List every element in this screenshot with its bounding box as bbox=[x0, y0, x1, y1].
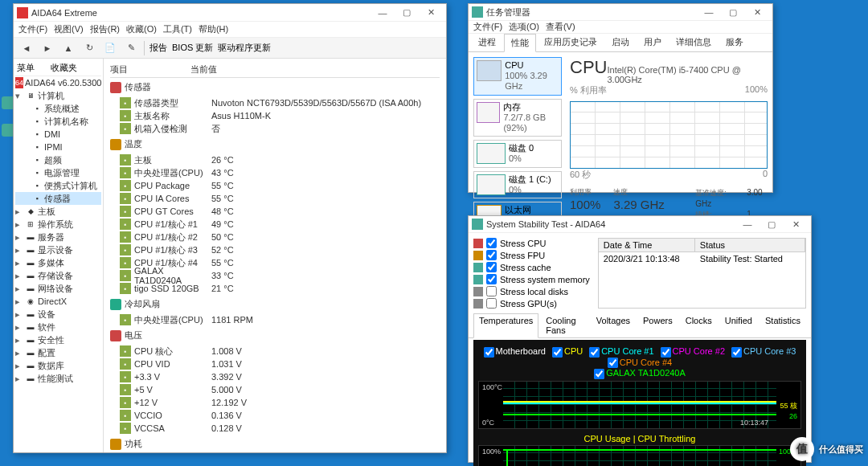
menu-tools[interactable]: 工具(T) bbox=[163, 23, 192, 35]
up-button[interactable]: ▲ bbox=[60, 40, 76, 56]
sensor-row[interactable]: ▪CPU IA Cores55 °C bbox=[110, 192, 440, 205]
tab-temperatures[interactable]: Temperatures bbox=[473, 313, 538, 338]
sensor-row[interactable]: ▪CPU #1/核心 #352 °C bbox=[110, 243, 440, 256]
forward-button[interactable]: ► bbox=[39, 40, 55, 56]
tree-security[interactable]: ▸▬安全性 bbox=[15, 333, 101, 346]
tree-sensors[interactable]: ▪传感器 bbox=[15, 192, 101, 205]
stress-checkbox[interactable]: Stress system memory bbox=[473, 274, 590, 284]
tab-clocks[interactable]: Clocks bbox=[680, 313, 718, 337]
driver-label[interactable]: 驱动程序更新 bbox=[218, 42, 271, 54]
tree-root[interactable]: 64AIDA64 v6.20.5300 bbox=[15, 76, 101, 89]
sensor-row[interactable]: ▪GALAX TA1D0240A33 °C bbox=[110, 269, 440, 282]
tab-processes[interactable]: 进程 bbox=[472, 34, 502, 51]
tab-unified[interactable]: Unified bbox=[719, 313, 758, 337]
tree-item[interactable]: ▪IPMI bbox=[15, 141, 101, 153]
minimize-button[interactable]: — bbox=[371, 5, 395, 21]
tree-computer[interactable]: ▾🖥计算机 bbox=[15, 89, 101, 102]
tree-config[interactable]: ▸▬配置 bbox=[15, 346, 101, 359]
tab-users[interactable]: 用户 bbox=[637, 34, 668, 51]
tree-item[interactable]: ▪便携式计算机 bbox=[15, 179, 101, 192]
report-label[interactable]: 报告 bbox=[149, 42, 167, 54]
minimize-button[interactable]: — bbox=[697, 4, 721, 20]
legend-item[interactable]: CPU bbox=[552, 346, 583, 356]
tm-card-disk1[interactable]: 磁盘 1 (C:)0% bbox=[473, 171, 562, 198]
stress-checkbox[interactable]: Stress cache bbox=[473, 262, 590, 272]
tree-os[interactable]: ▸⊞操作系统 bbox=[15, 218, 101, 231]
legend-item[interactable]: CPU Core #4 bbox=[608, 358, 672, 367]
tree-item[interactable]: ▪系统概述 bbox=[15, 102, 101, 115]
sensor-row[interactable]: ▪CPU #1/核心 #149 °C bbox=[110, 218, 440, 231]
sensor-row[interactable]: ▪CPU Package55 °C bbox=[110, 179, 440, 192]
tree-database[interactable]: ▸▬数据库 bbox=[15, 359, 101, 372]
sensor-row[interactable]: ▪机箱入侵检测否 bbox=[110, 122, 440, 135]
bios-label[interactable]: BIOS 更新 bbox=[172, 42, 213, 54]
maximize-button[interactable]: ▢ bbox=[721, 4, 745, 20]
tree-devices[interactable]: ▸▬设备 bbox=[15, 308, 101, 321]
tab-history[interactable]: 应用历史记录 bbox=[538, 34, 604, 51]
tab-fans[interactable]: Cooling Fans bbox=[540, 313, 589, 337]
maximize-button[interactable]: ▢ bbox=[760, 216, 784, 232]
stress-checkbox[interactable]: Stress local disks bbox=[473, 286, 590, 296]
tree-network[interactable]: ▸▬网络设备 bbox=[15, 282, 101, 295]
tree-benchmark[interactable]: ▸▬性能测试 bbox=[15, 372, 101, 385]
sensor-row[interactable]: ▪主板26 °C bbox=[110, 153, 440, 166]
tree-item[interactable]: ▪电源管理 bbox=[15, 166, 101, 179]
tab-performance[interactable]: 性能 bbox=[504, 34, 536, 52]
tree-item[interactable]: ▪DMI bbox=[15, 128, 101, 141]
legend-item[interactable]: Motherboard bbox=[484, 346, 546, 356]
tree-directx[interactable]: ▸◉DirectX bbox=[15, 295, 101, 308]
sensor-row[interactable]: ▪+12 V12.192 V bbox=[110, 396, 440, 409]
menu-options[interactable]: 选项(O) bbox=[509, 21, 539, 33]
back-button[interactable]: ◄ bbox=[18, 40, 35, 56]
tm-card-disk0[interactable]: 磁盘 00% bbox=[473, 140, 562, 167]
menu-help[interactable]: 帮助(H) bbox=[199, 23, 228, 35]
sensor-row[interactable]: ▪+5 V5.000 V bbox=[110, 383, 440, 396]
tree-software[interactable]: ▸▬软件 bbox=[15, 321, 101, 333]
menu-view[interactable]: 查看(V) bbox=[546, 21, 575, 33]
legend-item[interactable]: GALAX TA1D0240A bbox=[594, 368, 686, 378]
tree-server[interactable]: ▸▬服务器 bbox=[15, 231, 101, 243]
sensor-row[interactable]: ▪CPU GT Cores48 °C bbox=[110, 205, 440, 218]
tree-storage[interactable]: ▸▬存储设备 bbox=[15, 269, 101, 282]
minimize-button[interactable]: — bbox=[735, 216, 760, 232]
sensor-row[interactable]: ▪传感器类型Nuvoton NCT6793D/5539D/5563D/5567D… bbox=[110, 96, 440, 109]
tree-motherboard[interactable]: ▸◆主板 bbox=[15, 205, 101, 218]
sensor-row[interactable]: ▪中央处理器(CPU)43 °C bbox=[110, 166, 440, 179]
refresh-button[interactable]: ↻ bbox=[81, 40, 97, 56]
sensor-row[interactable]: ▪CPU VID1.031 V bbox=[110, 358, 440, 370]
stress-checkbox[interactable]: Stress FPU bbox=[473, 250, 590, 260]
legend-item[interactable]: CPU Core #2 bbox=[661, 346, 725, 356]
sensor-row[interactable]: ▪+3.3 V3.392 V bbox=[110, 370, 440, 383]
menu-file[interactable]: 文件(F) bbox=[473, 21, 502, 33]
tm-card-cpu[interactable]: CPU100% 3.29 GHz bbox=[473, 57, 562, 96]
sensor-row[interactable]: ▪CPU 核心1.008 V bbox=[110, 345, 440, 358]
sensor-row[interactable]: ▪VCCIO0.136 V bbox=[110, 409, 440, 422]
close-button[interactable]: ✕ bbox=[419, 5, 443, 21]
menu-fav[interactable]: 收藏(O) bbox=[126, 23, 157, 35]
tab-powers[interactable]: Powers bbox=[637, 313, 678, 337]
maximize-button[interactable]: ▢ bbox=[395, 5, 419, 21]
stress-checkbox[interactable]: Stress CPU bbox=[473, 238, 590, 248]
tab-voltages[interactable]: Voltages bbox=[591, 313, 636, 337]
tree-fav-tab[interactable]: 收藏夹 bbox=[51, 62, 77, 74]
report-button[interactable]: 📄 bbox=[102, 40, 118, 56]
tm-card-mem[interactable]: 内存7.2/7.8 GB (92%) bbox=[473, 99, 562, 137]
tree-display[interactable]: ▸▬显示设备 bbox=[15, 243, 101, 256]
menu-view[interactable]: 视图(V) bbox=[54, 23, 84, 35]
menu-file[interactable]: 文件(F) bbox=[18, 23, 47, 35]
tree-multimedia[interactable]: ▸▬多媒体 bbox=[15, 256, 101, 269]
stress-checkbox[interactable]: Stress GPU(s) bbox=[473, 298, 590, 309]
sensor-row[interactable]: ▪VCCSA0.128 V bbox=[110, 422, 440, 435]
tree-item[interactable]: ▪计算机名称 bbox=[15, 115, 101, 128]
tool-button[interactable]: ✎ bbox=[123, 40, 139, 56]
tab-statistics[interactable]: Statistics bbox=[760, 313, 806, 337]
tab-services[interactable]: 服务 bbox=[719, 34, 750, 51]
tree-menu-tab[interactable]: 菜单 bbox=[17, 62, 35, 74]
close-button[interactable]: ✕ bbox=[784, 216, 808, 232]
sensor-row[interactable]: ▪CPU #1/核心 #250 °C bbox=[110, 231, 440, 243]
legend-item[interactable]: CPU Core #3 bbox=[731, 346, 796, 356]
sensor-row[interactable]: ▪中央处理器(CPU)1181 RPM bbox=[110, 313, 440, 326]
tree-item[interactable]: ▪超频 bbox=[15, 153, 101, 166]
aida64-tree[interactable]: 菜单 收藏夹 64AIDA64 v6.20.5300 ▾🖥计算机 ▪系统概述 ▪… bbox=[14, 59, 104, 452]
sensor-row[interactable]: ▪tigo SSD 120GB21 °C bbox=[110, 282, 440, 295]
